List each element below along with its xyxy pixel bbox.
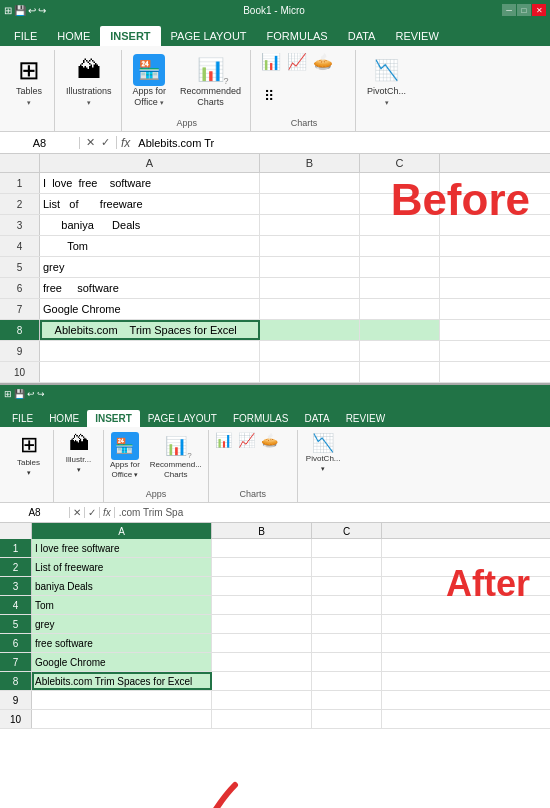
cell-a3[interactable]: baniya Deals: [40, 215, 260, 235]
bottom-cell-c9[interactable]: [312, 691, 382, 709]
bottom-tab-data[interactable]: DATA: [296, 410, 337, 427]
bottom-cell-a4[interactable]: Tom: [32, 596, 212, 614]
cell-c2[interactable]: [360, 194, 440, 214]
tables-button[interactable]: ⊞ Tables▾: [10, 50, 48, 108]
cell-c9[interactable]: [360, 341, 440, 361]
bottom-tables-button[interactable]: ⊞ Tables▾: [15, 430, 42, 477]
cell-c10[interactable]: [360, 362, 440, 382]
bottom-cell-b5[interactable]: [212, 615, 312, 633]
bottom-illustrations-button[interactable]: 🏔 Illustr...▾: [64, 430, 93, 474]
cell-b10[interactable]: [260, 362, 360, 382]
cell-a9[interactable]: [40, 341, 260, 361]
name-box-bottom[interactable]: A8: [0, 507, 70, 518]
cell-a5[interactable]: grey: [40, 257, 260, 277]
bottom-undo-icon[interactable]: ↩: [27, 389, 35, 399]
name-box-top[interactable]: A8: [0, 137, 80, 149]
cancel-formula-btn[interactable]: ✕: [84, 136, 97, 149]
cell-b7[interactable]: [260, 299, 360, 319]
bottom-cell-a7[interactable]: Google Chrome: [32, 653, 212, 671]
cell-b4[interactable]: [260, 236, 360, 256]
bottom-apps-office-button[interactable]: 🏪 Apps forOffice ▾: [108, 430, 142, 479]
cell-a6[interactable]: free software: [40, 278, 260, 298]
bottom-redo-icon[interactable]: ↪: [37, 389, 45, 399]
bottom-pie-chart-button[interactable]: 🥧: [259, 430, 280, 450]
cell-c3[interactable]: [360, 215, 440, 235]
recommended-charts-button[interactable]: 📊 ? RecommendedCharts: [177, 50, 244, 108]
bottom-cell-a3[interactable]: baniya Deals: [32, 577, 212, 595]
cell-b8[interactable]: [260, 320, 360, 340]
undo-icon[interactable]: ↩: [28, 5, 36, 16]
bottom-tab-home[interactable]: HOME: [41, 410, 87, 427]
bottom-cell-a6[interactable]: free software: [32, 634, 212, 652]
cell-c4[interactable]: [360, 236, 440, 256]
cell-a4[interactable]: Tom: [40, 236, 260, 256]
minimize-button[interactable]: ─: [502, 4, 516, 16]
bottom-confirm-btn[interactable]: ✓: [85, 507, 100, 518]
bottom-tab-formulas[interactable]: FORMULAS: [225, 410, 297, 427]
bottom-cell-a10[interactable]: [32, 710, 212, 728]
cell-b6[interactable]: [260, 278, 360, 298]
bottom-cell-c5[interactable]: [312, 615, 382, 633]
close-button[interactable]: ✕: [532, 4, 546, 16]
bottom-cell-c7[interactable]: [312, 653, 382, 671]
bottom-cell-c2[interactable]: [312, 558, 382, 576]
bottom-cell-c6[interactable]: [312, 634, 382, 652]
bottom-cell-b1[interactable]: [212, 539, 312, 557]
bottom-cell-b2[interactable]: [212, 558, 312, 576]
cell-a8-active[interactable]: Ablebits.com Trim Spaces for Excel: [40, 320, 260, 340]
illustrations-button[interactable]: 🏔 Illustrations▾: [63, 50, 115, 108]
bar-chart-button[interactable]: 📊: [259, 50, 283, 73]
tab-insert[interactable]: INSERT: [100, 26, 160, 46]
bottom-tab-insert[interactable]: INSERT: [87, 410, 140, 427]
tab-file[interactable]: FILE: [4, 26, 47, 46]
cell-a2[interactable]: List of freeware: [40, 194, 260, 214]
tab-page-layout[interactable]: PAGE LAYOUT: [161, 26, 257, 46]
pivotchart-button[interactable]: 📉 PivotCh...▾: [364, 50, 409, 108]
bottom-cell-a2[interactable]: List of freeware: [32, 558, 212, 576]
bottom-tab-file[interactable]: FILE: [4, 410, 41, 427]
formula-content-bottom[interactable]: .com Trim Spa: [115, 507, 550, 518]
bottom-cell-a9[interactable]: [32, 691, 212, 709]
cell-c1[interactable]: [360, 173, 440, 193]
line-chart-button[interactable]: 📈: [285, 50, 309, 73]
bottom-tab-page-layout[interactable]: PAGE LAYOUT: [140, 410, 225, 427]
cell-c8[interactable]: [360, 320, 440, 340]
bottom-cell-c1[interactable]: [312, 539, 382, 557]
cell-a7[interactable]: Google Chrome: [40, 299, 260, 319]
pie-chart-button[interactable]: 🥧: [311, 50, 335, 73]
save-icon[interactable]: 💾: [14, 5, 26, 16]
cell-b5[interactable]: [260, 257, 360, 277]
bottom-cell-a1[interactable]: I love free software: [32, 539, 212, 557]
bottom-cell-b7[interactable]: [212, 653, 312, 671]
confirm-formula-btn[interactable]: ✓: [99, 136, 112, 149]
bottom-cell-c8[interactable]: [312, 672, 382, 690]
bottom-cell-c3[interactable]: [312, 577, 382, 595]
maximize-button[interactable]: □: [517, 4, 531, 16]
tab-home[interactable]: HOME: [47, 26, 100, 46]
formula-content-top[interactable]: Ablebits.com Tr: [134, 137, 550, 149]
bottom-cell-b4[interactable]: [212, 596, 312, 614]
bottom-pivotchart-button[interactable]: 📉 PivotCh...▾: [304, 430, 343, 473]
bottom-tab-review[interactable]: REVIEW: [338, 410, 393, 427]
cell-c7[interactable]: [360, 299, 440, 319]
apps-for-office-button[interactable]: 🏪 Apps forOffice ▾: [130, 50, 170, 108]
tab-formulas[interactable]: FORMULAS: [257, 26, 338, 46]
bottom-recommended-charts-button[interactable]: 📊 ? Recommend...Charts: [148, 430, 204, 479]
bottom-cell-b6[interactable]: [212, 634, 312, 652]
cell-b3[interactable]: [260, 215, 360, 235]
bottom-cell-c10[interactable]: [312, 710, 382, 728]
cell-a10[interactable]: [40, 362, 260, 382]
tab-data[interactable]: DATA: [338, 26, 386, 46]
bottom-cell-a5[interactable]: grey: [32, 615, 212, 633]
bottom-cell-b3[interactable]: [212, 577, 312, 595]
scatter-chart-button[interactable]: ⠿: [259, 86, 279, 106]
bottom-cell-b9[interactable]: [212, 691, 312, 709]
bottom-cell-b8[interactable]: [212, 672, 312, 690]
cell-b1[interactable]: [260, 173, 360, 193]
cell-c5[interactable]: [360, 257, 440, 277]
bottom-bar-chart-button[interactable]: 📊: [213, 430, 234, 450]
bottom-cell-b10[interactable]: [212, 710, 312, 728]
cell-b9[interactable]: [260, 341, 360, 361]
bottom-cell-a8-active[interactable]: Ablebits.com Trim Spaces for Excel: [32, 672, 212, 690]
cell-a1[interactable]: I love free software: [40, 173, 260, 193]
